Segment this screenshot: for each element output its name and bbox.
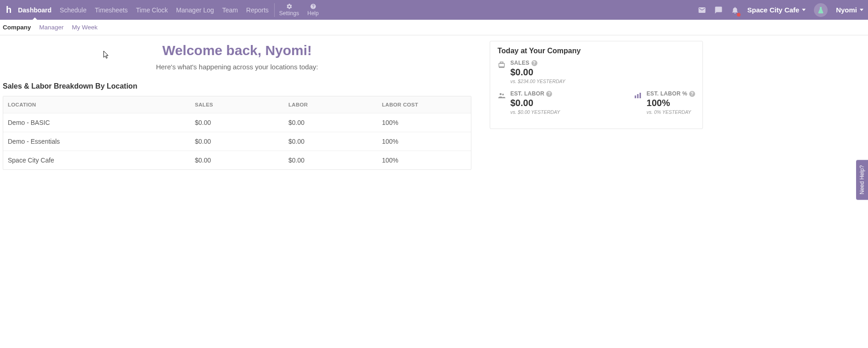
nav-divider xyxy=(274,3,275,17)
main: Welcome back, Nyomi! Here's what's happe… xyxy=(0,35,868,170)
table-row: Demo - Essentials $0.00 $0.00 100% xyxy=(3,132,471,151)
nav-reports[interactable]: Reports xyxy=(245,0,270,20)
svg-rect-4 xyxy=(637,94,639,98)
register-icon xyxy=(498,61,506,84)
cell-labor-cost: 100% xyxy=(377,151,471,169)
cell-labor: $0.00 xyxy=(284,132,377,151)
metric-est-labor-pct: EST. LABOR %? 100% vs. 0% YESTERDAY xyxy=(634,90,695,115)
help-icon[interactable]: ? xyxy=(531,60,537,66)
avatar[interactable] xyxy=(814,3,828,17)
need-help-tab[interactable]: Need Help? xyxy=(856,160,868,170)
top-nav: h Dashboard Schedule Timesheets Time Clo… xyxy=(0,0,868,20)
company-selector[interactable]: Space City Cafe xyxy=(747,6,806,14)
nav-team[interactable]: Team xyxy=(221,0,239,20)
location-link[interactable]: Demo - Essentials xyxy=(3,132,190,151)
welcome: Welcome back, Nyomi! Here's what's happe… xyxy=(3,43,471,71)
user-menu[interactable]: Nyomi xyxy=(836,6,863,14)
section-title: Sales & Labor Breakdown By Location xyxy=(3,82,471,90)
metric-sales: SALES? $0.00 vs. $234.00 YESTERDAY xyxy=(498,60,565,84)
envelope-icon xyxy=(698,6,706,14)
nav-settings[interactable]: Settings xyxy=(279,3,299,17)
metric-value: 100% xyxy=(647,98,695,108)
cell-sales: $0.00 xyxy=(190,113,284,132)
cell-labor: $0.00 xyxy=(284,151,377,169)
main-left: Welcome back, Nyomi! Here's what's happe… xyxy=(3,41,471,170)
cell-labor-cost: 100% xyxy=(377,113,471,132)
location-link[interactable]: Demo - BASIC xyxy=(3,113,190,132)
welcome-title: Welcome back, Nyomi! xyxy=(3,43,471,58)
th-labor-cost: LABOR COST xyxy=(377,96,471,113)
chat-icon xyxy=(714,6,723,14)
nav-help[interactable]: Help xyxy=(307,3,319,17)
svg-rect-3 xyxy=(635,95,636,98)
notifications-button[interactable] xyxy=(731,6,739,14)
nav-right: Space City Cafe Nyomi xyxy=(698,3,863,17)
metric-label: EST. LABOR xyxy=(510,90,544,97)
caret-down-icon xyxy=(802,9,806,11)
welcome-subtitle: Here's what's happening across your loca… xyxy=(3,63,471,71)
bar-chart-icon xyxy=(634,91,642,115)
subnav-company[interactable]: Company xyxy=(3,24,31,31)
table-header: LOCATION SALES LABOR LABOR COST xyxy=(3,96,471,113)
cell-labor: $0.00 xyxy=(284,113,377,132)
nav-help-label: Help xyxy=(307,11,319,17)
location-link[interactable]: Space City Cafe xyxy=(3,151,190,169)
sub-nav: Company Manager My Week xyxy=(0,20,868,35)
metric-sub: vs. 0% YESTERDAY xyxy=(647,109,695,115)
subnav-my-week[interactable]: My Week xyxy=(72,24,98,31)
location-table: LOCATION SALES LABOR LABOR COST Demo - B… xyxy=(3,96,471,170)
metric-sub: vs. $234.00 YESTERDAY xyxy=(510,79,565,84)
metric-label: SALES xyxy=(510,60,530,66)
user-name: Nyomi xyxy=(836,6,857,14)
nav-items: Dashboard Schedule Timesheets Time Clock… xyxy=(17,0,270,20)
cell-labor-cost: 100% xyxy=(377,132,471,151)
main-right: Today at Your Company SALES? $0.00 vs. $… xyxy=(490,41,712,170)
help-icon[interactable]: ? xyxy=(689,91,695,97)
today-title: Today at Your Company xyxy=(498,47,695,55)
svg-point-1 xyxy=(500,93,502,95)
caret-down-icon xyxy=(860,9,863,11)
table-row: Space City Cafe $0.00 $0.00 100% xyxy=(3,151,471,169)
th-location: LOCATION xyxy=(3,96,190,113)
metric-value: $0.00 xyxy=(510,98,560,108)
nav-schedule[interactable]: Schedule xyxy=(59,0,87,20)
th-sales: SALES xyxy=(190,96,284,113)
messages-button[interactable] xyxy=(698,6,706,14)
nav-settings-label: Settings xyxy=(279,11,299,17)
table-row: Demo - BASIC $0.00 $0.00 100% xyxy=(3,113,471,132)
today-card: Today at Your Company SALES? $0.00 vs. $… xyxy=(490,41,703,129)
metric-sub: vs. $0.00 YESTERDAY xyxy=(510,109,560,115)
svg-point-2 xyxy=(502,94,504,95)
cell-sales: $0.00 xyxy=(190,132,284,151)
company-name: Space City Cafe xyxy=(747,6,799,14)
notification-dot xyxy=(737,13,741,17)
svg-rect-0 xyxy=(499,63,504,67)
nav-timesheets[interactable]: Timesheets xyxy=(94,0,129,20)
people-icon xyxy=(498,91,506,115)
metric-est-labor: EST. LABOR? $0.00 vs. $0.00 YESTERDAY xyxy=(498,90,560,115)
nav-dashboard[interactable]: Dashboard xyxy=(17,0,52,20)
help-icon xyxy=(310,3,316,10)
nav-time-clock[interactable]: Time Clock xyxy=(135,0,169,20)
metric-value: $0.00 xyxy=(510,67,565,78)
cell-sales: $0.00 xyxy=(190,151,284,169)
svg-rect-5 xyxy=(640,93,641,98)
gear-icon xyxy=(286,3,293,10)
nav-manager-log[interactable]: Manager Log xyxy=(175,0,215,20)
logo[interactable]: h xyxy=(6,5,11,15)
subnav-manager[interactable]: Manager xyxy=(39,24,64,31)
metric-label: EST. LABOR % xyxy=(647,90,687,97)
th-labor: LABOR xyxy=(284,96,377,113)
help-icon[interactable]: ? xyxy=(546,91,552,97)
chat-button[interactable] xyxy=(714,6,723,14)
flask-icon xyxy=(817,6,824,14)
